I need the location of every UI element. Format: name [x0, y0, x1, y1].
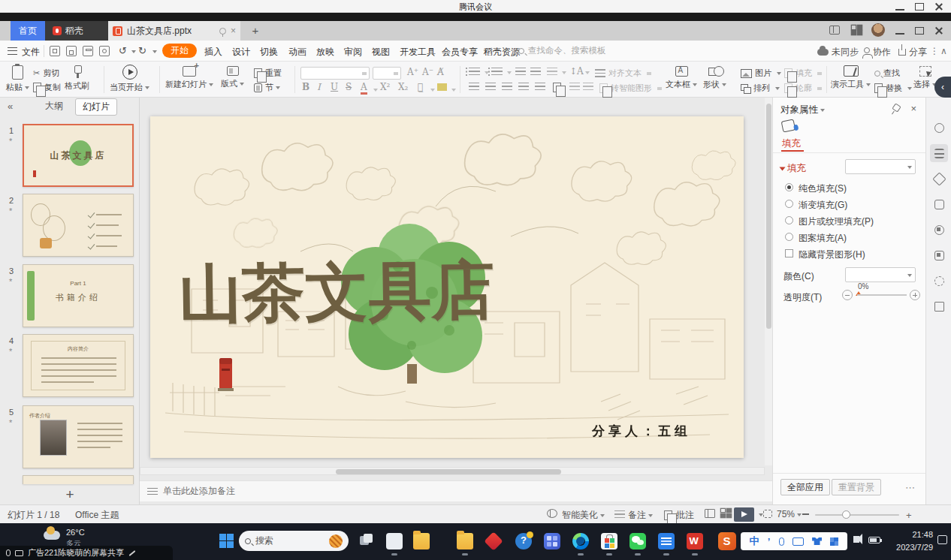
select-button[interactable]: 选择 [913, 66, 937, 90]
find-button[interactable]: 查找 [874, 68, 900, 79]
pin-tab-icon[interactable] [219, 28, 226, 35]
strikethrough-button[interactable]: S [346, 82, 352, 92]
menu-design[interactable]: 设计 [232, 46, 250, 59]
settings-pane-icon[interactable] [930, 272, 948, 290]
radio-pattern-fill[interactable] [785, 233, 793, 241]
char-spacing-icon[interactable] [547, 68, 557, 76]
spacing-tight-icon[interactable] [569, 83, 580, 91]
meeting-maximize-icon[interactable] [915, 3, 924, 11]
object-properties-icon[interactable] [930, 144, 948, 162]
menu-slideshow[interactable]: 放映 [316, 46, 334, 59]
volume-icon[interactable] [853, 536, 859, 543]
notification-center-icon[interactable] [937, 535, 947, 544]
chat-app-icon[interactable] [386, 533, 403, 549]
battery-icon[interactable] [868, 537, 880, 543]
align-left-icon[interactable] [469, 83, 479, 91]
play-from-current-button[interactable]: 当页开始 [110, 65, 149, 93]
justify-icon[interactable] [518, 83, 529, 91]
meeting-close-icon[interactable] [934, 3, 943, 11]
resources-pane-icon[interactable] [930, 246, 948, 264]
slide-thumbnail-2[interactable] [23, 194, 134, 257]
font-color-button[interactable]: A [361, 82, 367, 95]
ime-mic-icon[interactable] [779, 537, 784, 546]
numbered-list-icon[interactable] [491, 68, 503, 76]
tab-slides[interactable]: 幻灯片 [75, 98, 117, 116]
menu-start-active[interactable]: 开始 [162, 44, 197, 58]
microsoft-store-icon[interactable] [601, 533, 617, 549]
underline-button[interactable]: U [331, 82, 338, 92]
preview-icon[interactable] [99, 46, 110, 56]
normal-view-icon[interactable] [705, 509, 715, 518]
fill-style-select[interactable] [845, 159, 916, 174]
command-search[interactable]: 查找命令、搜索模板 [518, 45, 654, 56]
transparency-plus-icon[interactable] [910, 290, 920, 300]
distribute-icon[interactable] [535, 83, 545, 91]
clear-format-icon[interactable]: A̸ [437, 67, 444, 77]
taskbar-search[interactable]: 搜索 [239, 531, 349, 551]
sync-status[interactable]: 未同步 [817, 46, 859, 59]
columns-icon[interactable] [553, 83, 561, 92]
zoom-out-icon[interactable] [802, 513, 809, 515]
task-view-icon[interactable] [358, 533, 375, 549]
user-avatar[interactable] [871, 23, 885, 37]
fill-button[interactable]: 填充 [784, 68, 822, 79]
layout-button[interactable]: 版式 [221, 66, 244, 89]
collapse-ribbon-icon[interactable]: ∧ [940, 46, 947, 56]
gradient-fill-label[interactable]: 渐变填充(G) [799, 199, 847, 212]
slide-timer-icon[interactable] [930, 221, 948, 239]
print-icon[interactable] [83, 46, 93, 56]
zoom-slider-thumb[interactable] [842, 510, 850, 519]
widgets-app-icon[interactable] [544, 533, 560, 549]
ime-keyboard-icon[interactable] [792, 537, 804, 546]
hamburger-icon[interactable] [8, 47, 17, 55]
present-tools-button[interactable]: 演示工具 [831, 65, 871, 90]
outline-button[interactable]: 轮廓 [784, 83, 822, 94]
ime-skin-icon[interactable] [812, 537, 822, 545]
decrease-indent-icon[interactable] [515, 68, 526, 76]
picture-fill-label[interactable]: 图片或纹理填充(P) [799, 215, 874, 228]
wps-minimize-icon[interactable] [895, 27, 904, 35]
align-text-button[interactable]: 对齐文本 [595, 68, 651, 79]
smart-beautify-button[interactable]: 智能美化 [562, 509, 605, 522]
wps-office-icon[interactable] [687, 533, 703, 549]
sorter-view-icon[interactable] [721, 509, 732, 518]
menu-insert[interactable]: 插入 [204, 46, 222, 59]
screen-share-banner[interactable]: 广告221陈晓萌的屏幕共享 [0, 546, 173, 560]
section-button[interactable]: 节 [254, 82, 280, 93]
decrease-font-icon[interactable]: A⁻ [422, 67, 433, 77]
materials-pane-icon[interactable] [930, 297, 948, 315]
add-slide-button[interactable]: + [0, 486, 140, 503]
theme-name[interactable]: Office 主题 [75, 509, 119, 522]
split-view-icon[interactable] [829, 26, 840, 35]
color-select[interactable] [845, 267, 916, 282]
copy-button[interactable]: 复制 [33, 82, 61, 93]
new-tab-button[interactable]: + [248, 23, 263, 38]
panel-tab-fill[interactable]: 填充 [782, 137, 801, 150]
more-menu-icon[interactable]: ⋮ [930, 46, 939, 56]
ime-mode-chinese[interactable]: 中 [750, 534, 759, 548]
workspace-grid-icon[interactable] [852, 26, 862, 35]
shapes-button[interactable]: 形状 [703, 66, 726, 90]
fill-section-header[interactable]: 填充 [780, 162, 806, 175]
ime-toolbar[interactable]: 中 ’ [741, 532, 847, 550]
close-panel-icon[interactable]: × [910, 103, 916, 114]
wps-maximize-icon[interactable] [915, 27, 924, 35]
tab-document[interactable]: 山茶文具店.pptx × [108, 21, 240, 41]
transparency-slider[interactable] [857, 294, 907, 296]
increase-font-icon[interactable]: A⁺ [407, 67, 418, 77]
menu-file[interactable]: 文件 [22, 46, 40, 59]
menu-review[interactable]: 审阅 [344, 46, 362, 59]
ime-toolbox-icon[interactable] [830, 537, 838, 546]
align-right-icon[interactable] [502, 83, 512, 91]
paste-button[interactable]: 粘贴 [6, 65, 29, 93]
align-center-icon[interactable] [485, 83, 496, 91]
animation-pane-icon[interactable] [930, 170, 948, 188]
folder-window-icon[interactable] [457, 533, 473, 549]
bold-button[interactable]: B [302, 82, 309, 92]
start-button[interactable] [219, 534, 234, 548]
wps-close-icon[interactable] [934, 27, 943, 35]
menu-member[interactable]: 会员专享 [442, 46, 478, 59]
slide-title-text[interactable]: 山茶文具店 [178, 255, 715, 326]
menu-devtools[interactable]: 开发工具 [400, 46, 436, 59]
horizontal-scrollbar[interactable] [140, 467, 765, 475]
